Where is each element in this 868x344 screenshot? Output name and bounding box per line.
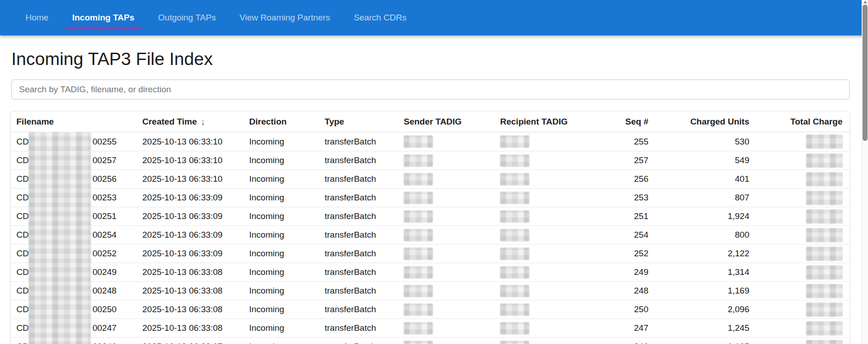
- cell-created-time: 2025-10-13 06:33:09: [142, 193, 249, 203]
- cell-seq: 248: [602, 286, 648, 296]
- cell-filename: CD00247: [10, 323, 142, 333]
- table-row[interactable]: CD00251 2025-10-13 06:33:09 Incoming tra…: [10, 207, 850, 225]
- table-row[interactable]: CD00254 2025-10-13 06:33:09 Incoming tra…: [10, 225, 850, 244]
- table-body: CD00255 2025-10-13 06:33:10 Incoming tra…: [10, 132, 850, 344]
- column-header-recipient-tadig[interactable]: Recipient TADIG: [500, 117, 602, 127]
- table-row[interactable]: CD00248 2025-10-13 06:33:08 Incoming tra…: [10, 281, 850, 300]
- nav-tab-label: Outgoing TAPs: [158, 13, 216, 23]
- nav-tabs: HomeIncoming TAPsOutgoing TAPsView Roami…: [0, 6, 418, 29]
- cell-filename: CD00249: [10, 267, 142, 277]
- column-header-label: Total Charge: [790, 117, 843, 126]
- cell-created-time: 2025-10-13 06:33:08: [142, 267, 249, 277]
- nav-tab-view-roaming-partners[interactable]: View Roaming Partners: [228, 6, 342, 29]
- table-row[interactable]: CD00256 2025-10-13 06:33:10 Incoming tra…: [10, 170, 850, 188]
- cell-created-time: 2025-10-13 06:33:10: [142, 155, 249, 165]
- column-header-charged-units[interactable]: Charged Units: [648, 117, 749, 127]
- vertical-scrollbar-thumb[interactable]: [863, 5, 868, 141]
- redacted-recipient-tadig-block: [500, 341, 529, 344]
- cell-charged-units: 807: [648, 193, 749, 203]
- table-row[interactable]: CD00250 2025-10-13 06:33:08 Incoming tra…: [10, 300, 850, 319]
- cell-created-time: 2025-10-13 06:33:09: [142, 211, 249, 221]
- nav-tab-outgoing-taps[interactable]: Outgoing TAPs: [146, 6, 228, 29]
- redacted-filename-block: [29, 170, 91, 189]
- column-header-total-charge[interactable]: Total Charge: [749, 117, 850, 127]
- redacted-sender-tadig-block: [404, 285, 433, 297]
- cell-sender-tadig: [404, 155, 500, 167]
- column-header-label: Created Time: [142, 117, 197, 126]
- cell-total-charge: [749, 247, 850, 261]
- cell-recipient-tadig: [500, 304, 602, 316]
- cell-sender-tadig: [404, 285, 500, 297]
- cell-charged-units: 530: [648, 137, 749, 147]
- column-header-filename[interactable]: Filename: [10, 117, 142, 127]
- cell-filename: CD00254: [10, 230, 142, 240]
- column-header-label: Type: [325, 117, 344, 126]
- redacted-total-charge-block: [806, 247, 843, 261]
- table-row[interactable]: CD00255 2025-10-13 06:33:10 Incoming tra…: [10, 132, 850, 151]
- cell-filename: CD00257: [10, 155, 142, 165]
- cell-filename: CD00252: [10, 249, 142, 259]
- page-title: Incoming TAP3 File Index: [11, 48, 868, 70]
- table-row[interactable]: CD00246 2025-10-13 06:33:07 Incoming tra…: [10, 337, 850, 344]
- cell-sender-tadig: [404, 173, 500, 185]
- column-header-created-time[interactable]: Created Time↓: [142, 116, 249, 127]
- cell-sender-tadig: [404, 210, 500, 223]
- redacted-sender-tadig-block: [404, 173, 433, 185]
- cell-direction: Incoming: [249, 230, 325, 240]
- cell-recipient-tadig: [500, 210, 602, 223]
- cell-sender-tadig: [404, 248, 500, 260]
- scroll-up-arrow-icon[interactable]: [863, 1, 867, 3]
- redacted-total-charge-block: [806, 228, 843, 242]
- cell-sender-tadig: [404, 322, 500, 334]
- table-row[interactable]: CD00257 2025-10-13 06:33:10 Incoming tra…: [10, 151, 850, 170]
- redacted-filename-block: [29, 263, 91, 282]
- vertical-scrollbar-track[interactable]: [862, 0, 868, 344]
- redacted-sender-tadig-block: [404, 155, 433, 167]
- cell-total-charge: [749, 340, 850, 344]
- cell-type: transferBatch: [325, 267, 404, 277]
- cell-total-charge: [749, 265, 850, 279]
- table-row[interactable]: CD00247 2025-10-13 06:33:08 Incoming tra…: [10, 319, 850, 337]
- cell-direction: Incoming: [249, 323, 325, 333]
- cell-total-charge: [749, 172, 850, 186]
- nav-tab-search-cdrs[interactable]: Search CDRs: [342, 6, 418, 29]
- redacted-total-charge-block: [806, 154, 843, 168]
- redacted-recipient-tadig-block: [500, 192, 529, 204]
- nav-tab-home[interactable]: Home: [14, 6, 60, 29]
- redacted-filename-block: [29, 132, 91, 151]
- redacted-total-charge-block: [806, 191, 843, 205]
- cell-type: transferBatch: [325, 249, 404, 259]
- table-row[interactable]: CD00252 2025-10-13 06:33:09 Incoming tra…: [10, 244, 850, 263]
- redacted-sender-tadig-block: [404, 210, 433, 223]
- cell-seq: 252: [602, 249, 648, 259]
- nav-tab-incoming-taps[interactable]: Incoming TAPs: [60, 6, 146, 29]
- cell-charged-units: 1,169: [648, 286, 749, 296]
- table-row[interactable]: CD00253 2025-10-13 06:33:09 Incoming tra…: [10, 188, 850, 207]
- column-header-label: Charged Units: [690, 117, 749, 126]
- cell-sender-tadig: [404, 229, 500, 241]
- redacted-filename-block: [29, 151, 91, 170]
- redacted-filename-block: [29, 338, 91, 344]
- cell-charged-units: 1,314: [648, 267, 749, 277]
- column-header-direction[interactable]: Direction: [249, 117, 325, 127]
- search-container: [11, 80, 868, 100]
- column-header-sender-tadig[interactable]: Sender TADIG: [404, 117, 500, 127]
- redacted-total-charge-block: [806, 135, 843, 149]
- cell-filename: CD00251: [10, 211, 142, 221]
- cell-type: transferBatch: [325, 137, 404, 147]
- redacted-total-charge-block: [806, 265, 843, 279]
- column-header-type[interactable]: Type: [325, 117, 404, 127]
- table-row[interactable]: CD00249 2025-10-13 06:33:08 Incoming tra…: [10, 263, 850, 281]
- cell-total-charge: [749, 321, 850, 335]
- redacted-sender-tadig-block: [404, 304, 433, 316]
- cell-seq: 256: [602, 174, 648, 184]
- cell-seq: 249: [602, 267, 648, 277]
- cell-created-time: 2025-10-13 06:33:10: [142, 174, 249, 184]
- redacted-filename-block: [29, 244, 91, 264]
- column-header-seq-[interactable]: Seq #: [602, 117, 648, 127]
- redacted-total-charge-block: [806, 303, 843, 317]
- search-input[interactable]: [11, 80, 850, 100]
- cell-direction: Incoming: [249, 174, 325, 184]
- cell-seq: 253: [602, 193, 648, 203]
- cell-seq: 250: [602, 304, 648, 314]
